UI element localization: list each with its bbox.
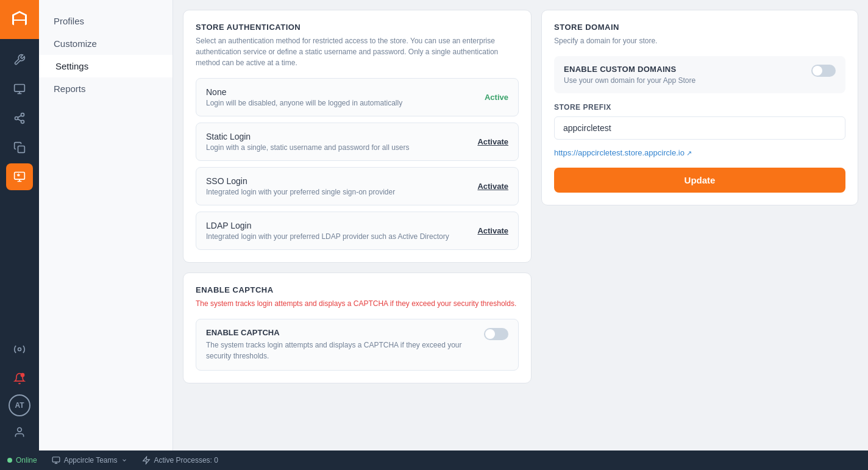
auth-none-desc: Login will be disabled, anyone will be l… [206, 99, 485, 107]
nav-user-icon[interactable] [6, 419, 33, 446]
sidebar-item-customize[interactable]: Customize [39, 32, 173, 55]
store-domain-link[interactable]: https://appcircletest.store.appcircle.io [554, 148, 692, 157]
main-content: STORE AUTHENTICATION Select an authentic… [173, 0, 868, 450]
svg-point-12 [18, 428, 22, 432]
store-auth-title: STORE AUTHENTICATION [196, 23, 519, 32]
sidebar-item-reports[interactable]: Reports [39, 77, 173, 100]
auth-static-status[interactable]: Activate [477, 137, 508, 146]
chevron-down-small-icon [121, 457, 127, 463]
svg-line-7 [18, 115, 21, 117]
status-team: Appcircle Teams [52, 456, 127, 465]
svg-marker-16 [143, 457, 149, 464]
status-bar: Online Appcircle Teams Active Processes:… [0, 450, 868, 470]
nav-bell-icon[interactable] [6, 365, 33, 392]
auth-sso-status[interactable]: Activate [477, 182, 508, 191]
sidebar-item-profiles[interactable]: Profiles [39, 10, 173, 32]
svg-point-3 [21, 113, 24, 116]
auth-static-desc: Login with a single, static username and… [206, 143, 477, 152]
auth-option-static: Static Login Login with a single, static… [196, 123, 519, 161]
svg-line-6 [18, 119, 21, 121]
auth-none-status[interactable]: Active [485, 93, 508, 102]
lightning-icon [142, 456, 151, 465]
status-processes: Active Processes: 0 [142, 456, 218, 465]
store-domain-title: STORE DOMAIN [554, 23, 845, 32]
store-auth-subtitle: Select an authentication method for rest… [196, 35, 519, 68]
auth-option-sso: SSO Login Integrated login with your pre… [196, 167, 519, 205]
auth-ldap-desc: Integrated login with your preferred LDA… [206, 232, 477, 241]
custom-domains-section: ENABLE CUSTOM DOMAINS Use your own domai… [554, 56, 845, 93]
status-online: Online [7, 456, 37, 465]
custom-domains-toggle[interactable] [811, 65, 836, 77]
nav-appstore-icon[interactable] [6, 163, 33, 190]
captcha-title: ENABLE CAPTCHA [196, 285, 519, 294]
store-domain-card: STORE DOMAIN Specify a domain for your s… [541, 10, 858, 205]
auth-none-title: None [206, 87, 485, 97]
svg-point-11 [21, 373, 25, 377]
update-button[interactable]: Update [554, 168, 845, 193]
nav-copy-icon[interactable] [6, 134, 33, 161]
left-panel: STORE AUTHENTICATION Select an authentic… [183, 10, 532, 441]
svg-rect-9 [15, 173, 25, 180]
status-team-label: Appcircle Teams [64, 456, 118, 465]
app-logo[interactable] [0, 0, 39, 39]
custom-domains-title: ENABLE CUSTOM DOMAINS [564, 65, 811, 74]
auth-ldap-status[interactable]: Activate [477, 226, 508, 235]
icon-bar-nav [6, 39, 33, 336]
captcha-subtitle: The system tracks login attempts and dis… [196, 298, 519, 309]
custom-domains-desc: Use your own domain for your App Store [564, 76, 811, 85]
captcha-inner-desc: The system tracks login attempts and dis… [206, 340, 474, 361]
nav-distribute-icon[interactable] [6, 105, 33, 132]
nav-user-at-icon[interactable]: AT [9, 394, 30, 416]
auth-sso-desc: Integrated login with your preferred sin… [206, 188, 477, 196]
captcha-card: ENABLE CAPTCHA The system tracks login a… [183, 272, 532, 383]
status-dot [7, 458, 12, 463]
svg-rect-13 [52, 457, 60, 462]
monitor-small-icon [52, 456, 60, 465]
icon-bar-bottom: AT [6, 336, 33, 450]
store-prefix-input[interactable] [554, 116, 845, 140]
svg-point-10 [18, 348, 21, 351]
svg-point-5 [21, 120, 24, 123]
nav-build-icon[interactable] [6, 46, 33, 73]
store-auth-card: STORE AUTHENTICATION Select an authentic… [183, 10, 532, 263]
captcha-toggle[interactable] [484, 328, 508, 340]
auth-static-title: Static Login [206, 132, 477, 141]
svg-point-4 [15, 117, 18, 120]
auth-option-ldap: LDAP Login Integrated login with your pr… [196, 212, 519, 250]
right-panel: STORE DOMAIN Specify a domain for your s… [541, 10, 858, 441]
store-prefix-section: STORE PREFIX https://appcircletest.store… [554, 103, 845, 158]
svg-rect-0 [15, 85, 25, 92]
auth-option-none: None Login will be disabled, anyone will… [196, 78, 519, 116]
icon-bar: AT [0, 0, 39, 450]
auth-sso-title: SSO Login [206, 176, 477, 186]
store-domain-subtitle: Specify a domain for your store. [554, 35, 845, 46]
status-processes-label: Active Processes: 0 [154, 456, 218, 465]
auth-ldap-title: LDAP Login [206, 221, 477, 230]
captcha-inner-section: ENABLE CAPTCHA The system tracks login a… [196, 319, 519, 371]
nav-monitor-icon[interactable] [6, 76, 33, 102]
status-online-label: Online [16, 456, 37, 465]
sidebar: Profiles Customize Settings Reports [39, 0, 173, 450]
sidebar-item-settings[interactable]: Settings [39, 55, 173, 77]
nav-settings-icon[interactable] [6, 336, 33, 363]
store-prefix-label: STORE PREFIX [554, 103, 845, 112]
svg-rect-8 [18, 146, 25, 153]
captcha-inner-title: ENABLE CAPTCHA [206, 328, 474, 337]
